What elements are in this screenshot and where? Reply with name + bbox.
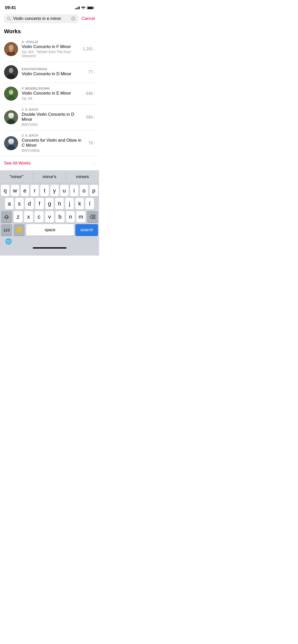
work-title: Concerto for Violin and Oboe in C Minor [22,138,85,148]
composer-avatar [4,110,18,124]
work-chevron-icon: › [94,70,95,74]
key-g[interactable]: g [45,198,54,210]
emoji-key[interactable]: 🙂 [14,224,25,236]
key-s[interactable]: s [15,198,24,210]
key-e[interactable]: e [21,185,29,196]
see-all-works-label: See All Works [4,161,31,166]
key-b[interactable]: b [55,211,64,223]
work-count: 79 [88,141,93,145]
work-composer: A. VIVALDI [22,40,79,44]
composer-avatar [4,65,18,79]
svg-line-1 [10,19,11,21]
space-key[interactable]: space [26,224,74,236]
composer-avatar [4,136,18,150]
see-all-works-row[interactable]: See All Works › [0,156,99,170]
section-title: Works [0,25,99,37]
key-i[interactable]: i [70,185,78,196]
svg-point-14 [8,113,14,117]
shift-key[interactable] [1,211,12,223]
see-all-chevron-icon: › [94,161,95,165]
keyboard-row-3: zxcvbnm [0,210,99,223]
work-info: J. S. BACHConcerto for Violin and Oboe i… [22,134,85,152]
work-info: F. MENDELSSOHNViolin Concerto in E Minor… [22,87,83,100]
wifi-icon [81,6,85,9]
work-count: 594 [86,115,93,119]
signal-icon [75,6,80,9]
cancel-button[interactable]: Cancel [82,16,95,21]
key-j[interactable]: j [65,198,74,210]
work-composer: F. MENDELSSOHN [22,87,83,90]
svg-point-4 [9,45,13,50]
key-w[interactable]: w [11,185,19,196]
work-subtitle: BWV1060a [22,148,85,152]
key-n[interactable]: n [66,211,75,223]
work-title: Violin Concerto in F Minor [22,44,79,49]
keyboard-row-2: asdfghjkl [0,196,99,210]
key-q[interactable]: q [1,185,9,196]
key-m[interactable]: m [76,211,85,223]
composer-avatar [4,87,18,101]
work-title: Violin Concerto in E Minor [22,91,83,96]
search-input-wrapper[interactable]: ✕ [4,14,79,23]
globe-icon[interactable]: 🌐 [5,238,12,245]
globe-row: 🌐 [0,236,99,246]
svg-point-18 [8,139,14,143]
work-chevron-icon: › [94,141,95,145]
home-indicator [0,246,99,251]
clear-button[interactable]: ✕ [71,16,76,21]
key-y[interactable]: y [50,185,59,196]
backspace-key[interactable] [87,211,98,223]
key-a[interactable]: a [5,198,14,210]
key-t[interactable]: t [40,185,49,196]
work-title: Violin Concerto in D Minor [22,71,85,76]
key-k[interactable]: k [75,198,84,210]
predictive-item[interactable]: "minor" [0,170,33,183]
key-d[interactable]: d [25,198,34,210]
key-r[interactable]: r [30,185,39,196]
key-h[interactable]: h [55,198,64,210]
numbers-key[interactable]: 123 [1,224,12,236]
search-input[interactable] [13,16,69,21]
keyboard-area: "minor"minor'sminors qwertyuiop asdfghjk… [0,170,99,256]
work-info: KHACHATURIANViolin Concerto in D Minor [22,67,85,77]
key-c[interactable]: c [35,211,44,223]
status-icons [75,6,94,9]
key-o[interactable]: o [80,185,88,196]
work-title: Double Violin Concerto in D Minor [22,112,83,122]
key-u[interactable]: u [60,185,69,196]
key-v[interactable]: v [45,211,54,223]
work-subtitle: Op. 8/4 · "Winter from The Four Seasons" [22,50,79,58]
key-f[interactable]: f [35,198,44,210]
search-icon [7,17,11,21]
composer-avatar [4,42,18,56]
work-chevron-icon: › [94,115,95,119]
work-composer: KHACHATURIAN [22,67,85,71]
key-x[interactable]: x [24,211,33,223]
work-count: 77 [88,70,93,74]
predictive-item[interactable]: minor's [33,170,66,183]
work-chevron-icon: › [94,47,95,51]
keyboard-row-1: qwertyuiop [0,183,99,196]
predictive-item[interactable]: minors [66,170,99,183]
key-p[interactable]: p [90,185,98,196]
work-item[interactable]: F. MENDELSSOHNViolin Concerto in E Minor… [4,83,95,104]
work-info: J. S. BACHDouble Violin Concerto in D Mi… [22,108,83,127]
key-z[interactable]: z [14,211,23,223]
work-item[interactable]: A. VIVALDIViolin Concerto in F MinorOp. … [4,37,95,62]
key-l[interactable]: l [85,198,94,210]
work-subtitle: Op. 64 [22,96,83,100]
work-item[interactable]: KHACHATURIANViolin Concerto in D Minor77… [4,62,95,83]
keyboard-bottom-row: 123 🙂 space search [0,223,99,236]
search-key[interactable]: search [75,224,98,236]
status-bar: 09:41 [0,0,99,12]
work-count-area: 594› [86,115,95,119]
work-subtitle: BWV1043 [22,123,83,127]
works-list: A. VIVALDIViolin Concerto in F MinorOp. … [0,37,99,156]
work-composer: J. S. BACH [22,134,85,137]
status-time: 09:41 [5,5,16,10]
work-count-area: 1,191› [83,47,95,51]
work-info: A. VIVALDIViolin Concerto in F MinorOp. … [22,40,79,58]
work-item[interactable]: J. S. BACHConcerto for Violin and Oboe i… [4,130,95,156]
work-item[interactable]: J. S. BACHDouble Violin Concerto in D Mi… [4,104,95,130]
predictive-bar: "minor"minor'sminors [0,170,99,183]
